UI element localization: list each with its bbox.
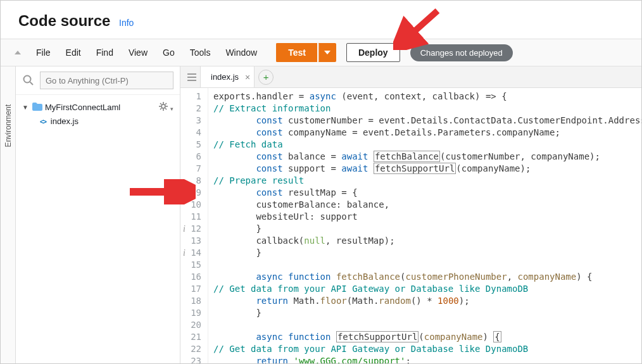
line-gutter: 123456789101112131415161718192021222324 bbox=[180, 88, 208, 364]
code-line-7[interactable]: const support = await fetchSupportUrl(co… bbox=[213, 163, 641, 175]
info-link[interactable]: Info bbox=[119, 18, 134, 28]
code-line-5[interactable]: // Fetch data bbox=[213, 139, 641, 151]
close-tab-icon[interactable]: × bbox=[245, 72, 250, 82]
deploy-button[interactable]: Deploy bbox=[346, 43, 400, 62]
code-line-12[interactable]: } bbox=[213, 223, 641, 235]
menu-file[interactable]: File bbox=[28, 44, 58, 61]
svg-rect-12 bbox=[187, 77, 196, 78]
menu-bar: FileEditFindViewGoToolsWindow Test Deplo… bbox=[1, 39, 641, 66]
code-line-20[interactable] bbox=[213, 319, 641, 331]
file-row[interactable]: index.js bbox=[20, 115, 176, 128]
code-editor[interactable]: 123456789101112131415161718192021222324 … bbox=[180, 88, 641, 364]
page-title: Code source bbox=[18, 12, 110, 30]
folder-name: MyFirstConnectLaml bbox=[45, 103, 120, 112]
test-button[interactable]: Test bbox=[276, 43, 317, 62]
svg-point-2 bbox=[161, 104, 165, 108]
code-line-16[interactable]: async function fetchBalance(customerPhon… bbox=[213, 271, 641, 283]
folder-row[interactable]: ▼ MyFirstConnectLaml ▾ bbox=[20, 100, 176, 115]
menu-window[interactable]: Window bbox=[218, 44, 265, 61]
tab-list-icon[interactable] bbox=[183, 66, 201, 87]
code-content[interactable]: exports.handler = async (event, context,… bbox=[208, 88, 641, 364]
svg-line-9 bbox=[160, 108, 161, 110]
code-line-3[interactable]: const customerNumber = event.Details.Con… bbox=[213, 115, 641, 127]
svg-line-8 bbox=[165, 108, 167, 110]
file-name: index.js bbox=[51, 116, 79, 126]
environment-label[interactable]: Environment bbox=[4, 104, 13, 147]
svg-line-7 bbox=[160, 103, 161, 104]
search-input[interactable] bbox=[40, 72, 173, 89]
code-line-4[interactable]: const companyName = event.Details.Parame… bbox=[213, 127, 641, 139]
code-line-19[interactable]: } bbox=[213, 307, 641, 319]
svg-rect-11 bbox=[187, 73, 196, 75]
collapse-icon[interactable] bbox=[12, 47, 23, 58]
code-line-23[interactable]: return 'www.GGG.com/support'; bbox=[213, 355, 641, 364]
code-line-18[interactable]: return Math.floor(Math.random() * 1000); bbox=[213, 295, 641, 307]
sidebar: ▼ MyFirstConnectLaml ▾ index.js bbox=[16, 66, 180, 364]
code-line-1[interactable]: exports.handler = async (event, context,… bbox=[213, 91, 641, 103]
code-line-14[interactable]: } bbox=[213, 247, 641, 259]
menu-view[interactable]: View bbox=[121, 44, 155, 61]
gear-icon[interactable]: ▾ bbox=[159, 102, 173, 113]
tab-index-js[interactable]: index.js × bbox=[201, 66, 255, 87]
code-line-15[interactable] bbox=[213, 259, 641, 271]
menu-find[interactable]: Find bbox=[89, 44, 121, 61]
menu-go[interactable]: Go bbox=[155, 44, 182, 61]
tab-label: index.js bbox=[211, 72, 239, 82]
code-line-22[interactable]: // Get data from your API Gateway or Dat… bbox=[213, 343, 641, 355]
code-line-2[interactable]: // Extract information bbox=[213, 103, 641, 115]
code-line-11[interactable]: websiteUrl: support bbox=[213, 211, 641, 223]
file-icon bbox=[40, 118, 46, 125]
environment-rail: Environment bbox=[1, 66, 16, 364]
tab-bar: index.js × + bbox=[180, 66, 641, 88]
code-line-21[interactable]: async function fetchSupportUrl(companyNa… bbox=[213, 331, 641, 343]
menu-tools[interactable]: Tools bbox=[182, 44, 218, 61]
deploy-status-badge: Changes not deployed bbox=[410, 44, 513, 61]
search-icon[interactable] bbox=[22, 74, 35, 87]
code-line-8[interactable]: // Prepare result bbox=[213, 175, 641, 187]
menu-edit[interactable]: Edit bbox=[58, 44, 89, 61]
add-tab-button[interactable]: + bbox=[258, 70, 274, 85]
code-line-9[interactable]: const resultMap = { bbox=[213, 187, 641, 199]
svg-point-0 bbox=[24, 76, 31, 83]
code-line-13[interactable]: callback(null, resultMap); bbox=[213, 235, 641, 247]
test-dropdown-button[interactable] bbox=[318, 43, 336, 62]
code-line-17[interactable]: // Get data from your API Gateway or Dat… bbox=[213, 283, 641, 295]
svg-line-1 bbox=[30, 82, 34, 85]
code-line-10[interactable]: customerBalance: balance, bbox=[213, 199, 641, 211]
code-line-6[interactable]: const balance = await fetchBalance(custo… bbox=[213, 151, 641, 163]
folder-icon bbox=[32, 103, 42, 113]
svg-rect-13 bbox=[187, 80, 196, 81]
folder-caret-icon: ▼ bbox=[22, 104, 30, 111]
svg-line-10 bbox=[165, 103, 167, 104]
